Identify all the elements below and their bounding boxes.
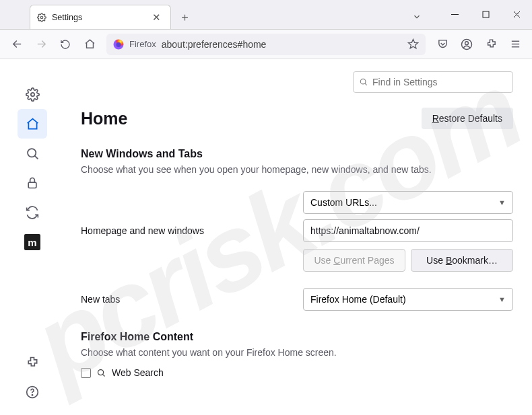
- sidebar-item-sync[interactable]: [18, 198, 47, 227]
- pocket-button[interactable]: [431, 34, 454, 55]
- svg-line-17: [34, 155, 38, 159]
- sidebar-item-search[interactable]: [18, 139, 47, 168]
- bookmark-star-icon[interactable]: [407, 38, 419, 50]
- identity-label: Firefox: [129, 39, 156, 49]
- sidebar-item-privacy[interactable]: [18, 168, 47, 198]
- chevron-down-icon: ▼: [498, 295, 506, 303]
- browser-tab-settings[interactable]: Settings ✕: [30, 5, 171, 29]
- help-icon: [26, 385, 39, 399]
- url-text: about:preferences#home: [162, 39, 402, 50]
- homepage-label: Homepage and new windows: [81, 225, 303, 236]
- find-in-settings-input[interactable]: Find in Settings: [353, 71, 513, 93]
- window-close-button[interactable]: [501, 3, 532, 25]
- account-button[interactable]: [455, 34, 478, 55]
- firefox-logo-icon: [113, 39, 124, 50]
- newtabs-value: Firefox Home (Default): [310, 294, 406, 305]
- section-home-content-title: Firefox Home Content: [81, 331, 513, 343]
- window-controls: [439, 0, 532, 29]
- svg-line-24: [102, 374, 104, 376]
- tab-close-icon[interactable]: ✕: [149, 11, 164, 24]
- homepage-mode-select[interactable]: Custom URLs... ▼: [303, 191, 513, 214]
- websearch-checkbox[interactable]: [81, 368, 91, 378]
- page-title: Home: [81, 109, 127, 128]
- newtabs-label: New tabs: [81, 294, 303, 305]
- sidebar-item-help[interactable]: [18, 377, 47, 407]
- websearch-label: Web Search: [112, 367, 164, 378]
- svg-rect-2: [483, 11, 489, 17]
- settings-main: Find in Settings Home Restore Defaults N…: [65, 59, 532, 415]
- sidebar-item-more[interactable]: m: [18, 227, 47, 257]
- settings-sidebar: m: [0, 59, 65, 415]
- restore-defaults-button[interactable]: Restore Defaults: [422, 108, 513, 129]
- title-bar: Settings ✕ ＋: [0, 0, 532, 30]
- sidebar-item-general[interactable]: [18, 79, 47, 109]
- homepage-url-value: https://animaltabnow.com/: [310, 225, 420, 236]
- puzzle-icon: [26, 356, 39, 369]
- reload-button[interactable]: [54, 34, 77, 55]
- svg-line-22: [365, 83, 367, 85]
- svg-marker-9: [408, 39, 418, 48]
- svg-point-0: [40, 16, 43, 19]
- svg-point-20: [32, 395, 32, 395]
- tab-list-dropdown[interactable]: [407, 5, 427, 29]
- window-minimize-button[interactable]: [439, 3, 470, 25]
- tab-title: Settings: [52, 13, 149, 22]
- lock-icon: [26, 176, 39, 190]
- section-home-content-desc: Choose what content you want on your Fir…: [81, 347, 513, 358]
- svg-point-11: [465, 41, 469, 44]
- homepage-mode-value: Custom URLs...: [310, 197, 377, 208]
- find-placeholder: Find in Settings: [372, 77, 438, 87]
- homepage-url-input[interactable]: https://animaltabnow.com/: [303, 219, 513, 242]
- section-new-windows-desc: Choose what you see when you open your h…: [81, 164, 513, 175]
- search-icon: [26, 147, 40, 161]
- section-new-windows-title: New Windows and Tabs: [81, 148, 513, 160]
- newtabs-select[interactable]: Firefox Home (Default) ▼: [303, 288, 513, 311]
- search-icon: [359, 77, 368, 87]
- search-icon: [96, 368, 106, 378]
- svg-point-15: [30, 92, 34, 96]
- extensions-button[interactable]: [479, 34, 502, 55]
- mozilla-icon: m: [24, 234, 40, 250]
- sidebar-item-home[interactable]: [18, 109, 47, 139]
- sync-icon: [26, 206, 39, 219]
- svg-rect-18: [28, 182, 36, 188]
- window-maximize-button[interactable]: [470, 3, 501, 25]
- use-bookmark-button[interactable]: Use Bookmark…: [411, 249, 513, 272]
- content-area: m Find in Settings Home Restore Defaults…: [0, 59, 532, 415]
- back-button[interactable]: [5, 34, 28, 55]
- svg-point-8: [117, 42, 121, 47]
- home-button[interactable]: [78, 34, 101, 55]
- chevron-down-icon: [412, 12, 422, 22]
- home-icon: [26, 117, 40, 131]
- nav-toolbar: Firefox about:preferences#home: [0, 30, 532, 59]
- url-bar[interactable]: Firefox about:preferences#home: [106, 34, 426, 55]
- new-tab-button[interactable]: ＋: [175, 7, 194, 26]
- forward-button: [30, 34, 53, 55]
- svg-point-16: [28, 149, 36, 157]
- use-current-pages-button: Use Current Pages: [303, 249, 405, 272]
- tab-gear-icon: [37, 13, 46, 22]
- gear-icon: [26, 87, 40, 102]
- chevron-down-icon: ▼: [498, 198, 506, 206]
- sidebar-item-extensions[interactable]: [18, 348, 47, 377]
- app-menu-button[interactable]: [504, 34, 527, 55]
